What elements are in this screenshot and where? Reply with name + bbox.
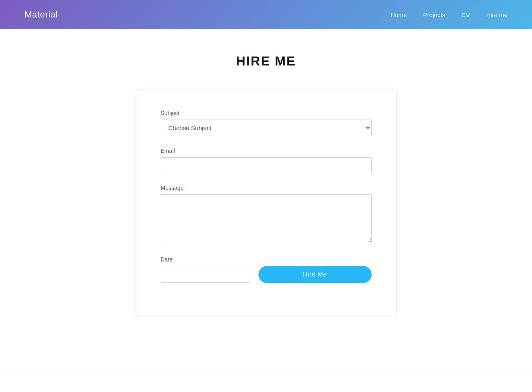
site-footer xyxy=(0,372,532,392)
date-label: Date xyxy=(161,256,372,263)
subject-select[interactable]: Choose SubjectFreelance ProjectFull-time… xyxy=(161,120,372,136)
nav-home[interactable]: Home xyxy=(390,11,407,18)
subject-group: Subject Choose SubjectFreelance ProjectF… xyxy=(161,110,372,136)
page-title: HIRE ME xyxy=(236,54,296,69)
brand-logo[interactable]: Material xyxy=(24,9,58,20)
email-label: Email xyxy=(161,148,372,154)
message-group: Message xyxy=(161,185,372,245)
main-content: HIRE ME Subject Choose SubjectFreelance … xyxy=(0,29,532,372)
message-textarea[interactable] xyxy=(161,194,372,243)
nav-cv[interactable]: CV xyxy=(462,11,470,18)
nav-hire-me[interactable]: Hire me xyxy=(486,11,508,18)
date-input[interactable] xyxy=(161,267,250,283)
date-group: Date Hire Me xyxy=(161,256,372,283)
hire-form-card: Subject Choose SubjectFreelance ProjectF… xyxy=(136,89,396,315)
submit-button[interactable]: Hire Me xyxy=(258,266,372,283)
email-input[interactable] xyxy=(161,157,372,173)
subject-label: Subject xyxy=(161,110,372,116)
bottom-row: Hire Me xyxy=(161,266,372,283)
nav-projects[interactable]: Projects xyxy=(423,11,445,18)
site-header: Material Home Projects CV Hire me xyxy=(0,0,532,29)
email-group: Email xyxy=(161,148,372,173)
main-nav: Home Projects CV Hire me xyxy=(390,11,508,18)
message-label: Message xyxy=(161,185,372,191)
